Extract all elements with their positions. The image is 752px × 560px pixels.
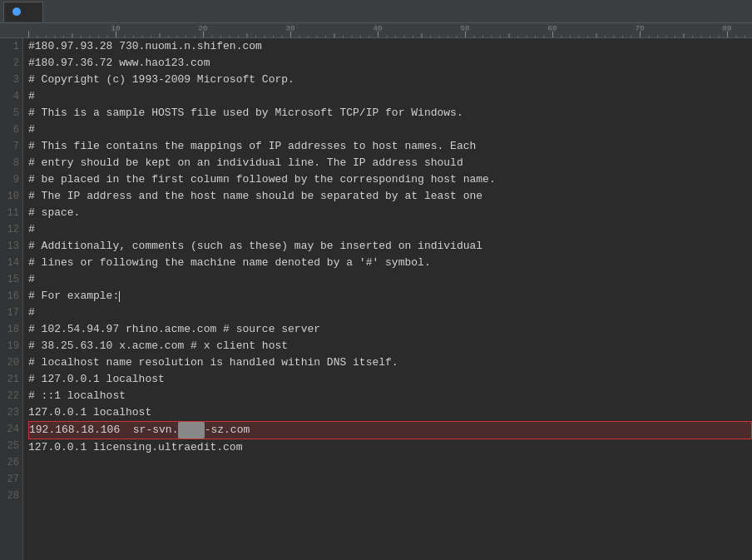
line-text: # lines or following the machine name de…	[28, 255, 431, 271]
line-number: 18	[0, 321, 22, 338]
line-text: #	[28, 271, 35, 288]
line-text: 127.0.0.1 localhost	[28, 404, 151, 421]
code-line: # This file contains the mappings of IP …	[28, 138, 752, 155]
line-number: 13	[0, 238, 22, 255]
line-number: 17	[0, 305, 22, 321]
line-number: 24	[0, 421, 22, 438]
code-line: # 102.54.94.97 rhino.acme.com # source s…	[28, 321, 752, 338]
line-number: 10	[0, 188, 22, 205]
code-line: #	[28, 221, 752, 238]
code-line: # entry should be kept on an individual …	[28, 155, 752, 171]
line-number: 2	[0, 55, 22, 72]
line-text: # ::1 localhost	[28, 388, 126, 404]
line-number: 19	[0, 338, 22, 354]
code-line: # ::1 localhost	[28, 388, 752, 404]
line-text: # localhost name resolution is handled w…	[28, 354, 398, 371]
code-line: #	[28, 271, 752, 288]
code-line: #180.97.93.28 730.nuomi.n.shifen.com	[28, 38, 752, 55]
line-text: # Copyright (c) 1993-2009 Microsoft Corp…	[28, 72, 294, 88]
content-area: 1234567891011121314151617181920212223242…	[0, 38, 752, 560]
line-text: # 38.25.63.10 x.acme.com # x client host	[28, 338, 288, 354]
code-line: # 127.0.0.1 localhost	[28, 371, 752, 388]
line-text: #180.97.93.28 730.nuomi.n.shifen.com	[28, 38, 262, 55]
code-line: #	[28, 121, 752, 138]
code-line: 127.0.0.1 licensing.ultraedit.com	[28, 439, 752, 456]
line-number: 1	[0, 38, 22, 55]
line-text: # 102.54.94.97 rhino.acme.com # source s…	[28, 321, 320, 338]
line-text: # space.	[28, 205, 80, 221]
line-number: 15	[0, 271, 22, 288]
code-line: #	[28, 305, 752, 321]
code-line: # lines or following the machine name de…	[28, 255, 752, 271]
line-text: # be placed in the first column followed…	[28, 171, 496, 188]
line-number: 12	[0, 221, 22, 238]
code-line: # Additionally, comments (such as these)…	[28, 238, 752, 255]
line-number: 14	[0, 255, 22, 271]
line-text: #	[28, 221, 35, 238]
line-text: #	[28, 121, 35, 138]
line-text: # The IP address and the host name shoul…	[28, 188, 482, 205]
line-number: 5	[0, 105, 22, 121]
line-number: 22	[0, 388, 22, 404]
line-text: 127.0.0.1 licensing.ultraedit.com	[28, 439, 242, 456]
line-text: #180.97.36.72 www.hao123.com	[28, 55, 210, 72]
code-line: # localhost name resolution is handled w…	[28, 354, 752, 371]
line-number: 26	[0, 454, 22, 471]
line-numbers: 1234567891011121314151617181920212223242…	[0, 38, 23, 560]
line-text: # This is a sample HOSTS file used by Mi…	[28, 105, 463, 121]
code-line: # space.	[28, 205, 752, 221]
line-text: 192.168.18.106 sr-svn.	[29, 422, 178, 439]
title-bar	[0, 0, 752, 23]
redacted-text: ████	[178, 422, 204, 439]
code-line: #180.97.36.72 www.hao123.com	[28, 55, 752, 72]
line-number: 4	[0, 88, 22, 105]
text-cursor	[119, 291, 120, 302]
line-text: # 127.0.0.1 localhost	[28, 371, 165, 388]
tab-dot	[12, 7, 21, 16]
line-number: 25	[0, 438, 22, 454]
code-line: #	[28, 88, 752, 105]
line-number: 8	[0, 155, 22, 171]
code-line: # For example:	[28, 288, 752, 305]
line-number: 3	[0, 72, 22, 88]
line-number: 16	[0, 288, 22, 305]
code-line: # be placed in the first column followed…	[28, 171, 752, 188]
line-number: 9	[0, 171, 22, 188]
code-line: # This is a sample HOSTS file used by Mi…	[28, 105, 752, 121]
line-number: 20	[0, 354, 22, 371]
line-number: 27	[0, 471, 22, 488]
line-suffix: -sz.com	[205, 422, 250, 439]
line-text: #	[28, 305, 35, 321]
line-text: # For example:	[28, 288, 119, 305]
line-number: 11	[0, 205, 22, 221]
tab[interactable]	[3, 2, 43, 22]
line-number: 21	[0, 371, 22, 388]
code-line: 192.168.18.106 sr-svn.████-sz.com	[28, 421, 752, 439]
line-text: # entry should be kept on an individual …	[28, 155, 463, 171]
line-number: 7	[0, 138, 22, 155]
line-number: 23	[0, 404, 22, 421]
code-line: 127.0.0.1 localhost	[28, 404, 752, 421]
line-number: 6	[0, 121, 22, 138]
line-number: 28	[0, 488, 22, 504]
line-text: # This file contains the mappings of IP …	[28, 138, 476, 155]
line-text: #	[28, 88, 35, 105]
code-line: # Copyright (c) 1993-2009 Microsoft Corp…	[28, 72, 752, 88]
ruler	[0, 23, 752, 38]
code-line: # The IP address and the host name shoul…	[28, 188, 752, 205]
code-line: # 38.25.63.10 x.acme.com # x client host	[28, 338, 752, 354]
line-text: # Additionally, comments (such as these)…	[28, 238, 482, 255]
code-content[interactable]: #180.97.93.28 730.nuomi.n.shifen.com#180…	[23, 38, 752, 560]
